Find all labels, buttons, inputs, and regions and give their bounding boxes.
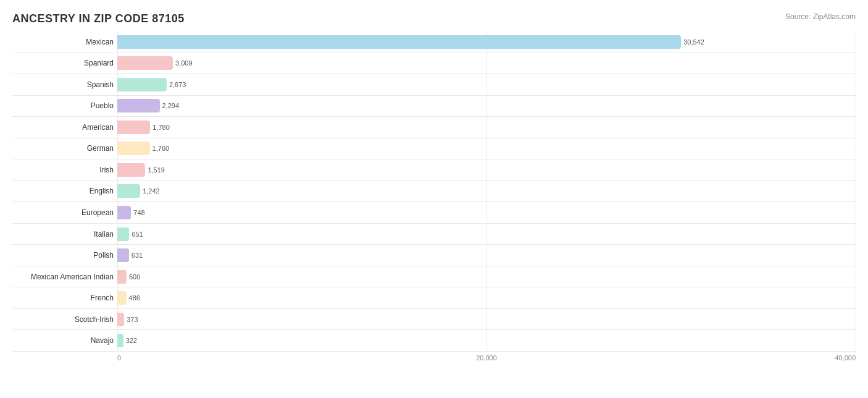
bar-inner: 1,760 [117, 142, 150, 155]
bar-inner: 30,542 [117, 35, 681, 49]
x-axis-label: 0 [117, 354, 364, 362]
bar-value: 373 [127, 316, 138, 323]
x-axis: 020,00040,000 [117, 354, 856, 362]
bar-label: German [12, 143, 117, 154]
bar-wrapper: 651 [117, 224, 856, 245]
x-axis-label: 20,000 [364, 354, 610, 362]
bar-value: 748 [133, 209, 144, 216]
bar-label: English [12, 185, 117, 197]
bar-row: Polish631 [12, 245, 856, 266]
bar-wrapper: 1,242 [117, 181, 856, 202]
bar-label: Pueblo [12, 100, 117, 111]
bar-value: 500 [129, 273, 140, 281]
bar-label: French [12, 292, 117, 303]
bar-label: Spanish [12, 79, 117, 90]
bar-row: Mexican American Indian500 [12, 266, 856, 288]
bar-wrapper: 3,009 [117, 53, 856, 74]
bar-value: 1,519 [148, 166, 165, 174]
chart-title: ANCESTRY IN ZIP CODE 87105 [12, 12, 856, 25]
bar-inner: 631 [117, 248, 129, 262]
bars-section: Mexican30,542Spaniard3,009Spanish2,673Pu… [12, 32, 856, 352]
bar-inner: 1,242 [117, 184, 140, 198]
bar-row: Irish1,519 [12, 159, 856, 181]
bar-wrapper: 486 [117, 287, 856, 308]
chart-container: ANCESTRY IN ZIP CODE 87105 Source: ZipAt… [0, 0, 868, 398]
x-axis-label: 40,000 [609, 354, 856, 362]
bar-inner: 651 [117, 227, 129, 241]
bar-inner: 322 [117, 334, 123, 347]
bar-value: 3,009 [175, 59, 193, 67]
bar-value: 2,673 [169, 81, 186, 88]
bar-wrapper: 1,519 [117, 159, 856, 180]
bar-label: Navajo [12, 335, 117, 346]
bar-value: 30,542 [683, 38, 704, 46]
bar-wrapper: 2,673 [117, 74, 856, 95]
bar-inner: 1,780 [117, 121, 150, 134]
bar-wrapper: 2,294 [117, 96, 856, 117]
bar-inner: 3,009 [117, 56, 173, 70]
bar-row: German1,760 [12, 138, 856, 160]
bar-label: Italian [12, 229, 117, 240]
bar-value: 2,294 [162, 102, 180, 109]
bar-row: American1,780 [12, 117, 856, 138]
bar-label: Scotch-Irish [12, 314, 117, 325]
bar-wrapper: 30,542 [117, 32, 856, 53]
chart-area: Mexican30,542Spaniard3,009Spanish2,673Pu… [12, 32, 856, 362]
bar-value: 1,780 [152, 124, 170, 131]
bar-value: 631 [131, 252, 143, 259]
bar-wrapper: 500 [117, 266, 856, 287]
bar-value: 651 [131, 231, 143, 238]
bar-inner: 1,519 [117, 163, 145, 177]
bar-inner: 2,294 [117, 99, 160, 112]
bar-row: Mexican30,542 [12, 32, 856, 53]
bar-inner: 500 [117, 270, 127, 284]
bar-value: 486 [129, 294, 140, 302]
bar-value: 1,242 [143, 187, 160, 195]
bar-wrapper: 748 [117, 202, 856, 223]
bar-row: Spanish2,673 [12, 74, 856, 96]
bar-inner: 486 [117, 291, 127, 305]
bar-label: Mexican [12, 36, 117, 48]
bar-label: Spaniard [12, 57, 117, 69]
bar-row: French486 [12, 287, 856, 309]
bar-wrapper: 322 [117, 330, 856, 351]
bar-label: Mexican American Indian [12, 271, 117, 282]
grid-line [856, 32, 856, 352]
bar-value: 1,760 [152, 145, 170, 152]
bar-label: American [12, 122, 117, 133]
bar-inner: 2,673 [117, 78, 167, 91]
bar-value: 322 [126, 337, 137, 344]
bar-wrapper: 1,780 [117, 117, 856, 138]
bar-label: Polish [12, 250, 117, 261]
bar-wrapper: 631 [117, 245, 856, 266]
bar-wrapper: 373 [117, 309, 856, 330]
bar-row: Pueblo2,294 [12, 96, 856, 117]
bar-inner: 748 [117, 206, 131, 219]
source-text: Source: ZipAtlas.com [785, 12, 856, 21]
bar-row: Italian651 [12, 224, 856, 245]
bar-row: English1,242 [12, 181, 856, 203]
bar-row: European748 [12, 202, 856, 224]
bar-inner: 373 [117, 313, 124, 326]
bar-row: Scotch-Irish373 [12, 309, 856, 331]
bar-row: Spaniard3,009 [12, 53, 856, 75]
bar-wrapper: 1,760 [117, 138, 856, 159]
bar-row: Navajo322 [12, 330, 856, 352]
bar-label: Irish [12, 164, 117, 176]
bar-label: European [12, 207, 117, 218]
